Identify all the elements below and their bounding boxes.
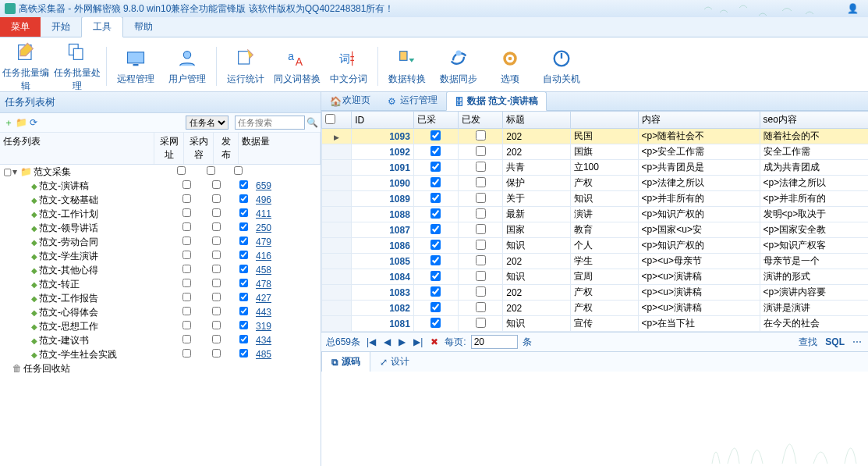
tree-row[interactable]: ◆范文-其他心得458 xyxy=(0,263,321,277)
batch-edit-button[interactable]: 任务批量编辑 xyxy=(0,40,51,93)
table-row[interactable]: 1087国家教育<p>国家<u>安<p>国家安全教http:演讲稿https:/… xyxy=(322,222,869,238)
table-row[interactable]: 1086知识个人<p>知识产权的<p>知识产权客演讲稿https://www xyxy=(322,238,869,254)
per-label: 每页: xyxy=(445,336,466,349)
tree-row[interactable]: ◆范文-学生社会实践485 xyxy=(0,347,321,361)
user-icon[interactable]: 👤 xyxy=(847,3,859,14)
tree-row[interactable]: ◆范文-转正478 xyxy=(0,277,321,291)
segment-icon: 词 xyxy=(336,46,361,71)
menu-2[interactable]: 工具 xyxy=(81,16,123,37)
col-7[interactable]: seo内容 xyxy=(760,112,868,129)
col-3[interactable]: 已发 xyxy=(459,112,503,129)
tree-row[interactable]: ◆范文-劳动合同479 xyxy=(0,235,321,249)
col-1[interactable]: ID xyxy=(352,112,414,129)
tree-search-input[interactable] xyxy=(235,116,305,130)
table-row[interactable]: 1089关于知识<p>并非所有的<p>并非所有的演讲稿https://www xyxy=(322,191,869,207)
editor-area[interactable] xyxy=(321,372,868,466)
synonym-icon: aA xyxy=(285,46,310,71)
table-row[interactable]: 1082202产权<p><u>演讲稿演讲是演讲演讲稿https://www xyxy=(322,301,869,316)
home-icon: 🏠 xyxy=(330,96,339,105)
window-title: 高铁采集器 - 外网解密狼 9.8.0 win10兼容全功能雷锋版 该软件版权为… xyxy=(19,2,394,16)
table-row[interactable]: 1090保护产权<p>法律之所以<p>法律之所以演讲稿https://www xyxy=(322,176,869,191)
tree-header: 任务列表 采网址 采内容 发布 数据量 xyxy=(0,133,321,165)
remote-icon xyxy=(123,46,148,71)
find-button[interactable]: 查找 xyxy=(797,336,819,349)
col-4[interactable]: 标题 xyxy=(503,112,571,129)
first-page[interactable]: |◀ xyxy=(365,336,377,347)
svg-text:词: 词 xyxy=(339,52,350,65)
tab-db[interactable]: 🗄数据 范文-演讲稿 xyxy=(446,91,547,111)
table-row[interactable]: 1093202民国<p>随着社会不随着社会的不http:演讲稿https://w… xyxy=(322,129,869,144)
table-row[interactable]: 1084知识宣周<p><u>演讲稿演讲的形式演讲稿https://www xyxy=(322,269,869,285)
tree-row[interactable]: ◆范文-工作计划411 xyxy=(0,207,321,221)
remote-button[interactable]: 远程管理 xyxy=(110,46,161,86)
tree-row[interactable]: ◆范文-思想工作319 xyxy=(0,319,321,333)
right-panel: 🏠欢迎页⚙运行管理🗄数据 范文-演讲稿 ID已采已发标题内容seo内容缩略图ta… xyxy=(321,92,868,466)
prev-page[interactable]: ◀ xyxy=(382,336,392,347)
add-icon[interactable]: ＋ xyxy=(3,117,14,128)
search-icon[interactable]: 🔍 xyxy=(306,117,317,128)
tree-row[interactable]: ◆范文-文秘基础496 xyxy=(0,193,321,207)
col-2[interactable]: 已采 xyxy=(413,112,458,129)
menu-3[interactable]: 帮助 xyxy=(123,17,164,37)
tree-row[interactable]: ◆范文-心得体会443 xyxy=(0,305,321,319)
db-icon: 🗄 xyxy=(455,97,464,106)
refresh-icon[interactable]: ⟳ xyxy=(28,117,39,128)
per-unit: 条 xyxy=(523,336,532,349)
svg-point-11 xyxy=(456,51,462,56)
more-button[interactable]: ⋯ xyxy=(851,336,863,347)
segment-button[interactable]: 词中文分词 xyxy=(323,46,374,86)
stats-button[interactable]: 运行统计 xyxy=(220,46,271,86)
col-0[interactable] xyxy=(322,112,352,129)
code-icon: ⧉ xyxy=(331,357,338,368)
users-button[interactable]: 用户管理 xyxy=(161,46,213,86)
svg-rect-2 xyxy=(73,48,83,59)
code-icon: ⤢ xyxy=(380,357,388,368)
tab-gear[interactable]: ⚙运行管理 xyxy=(379,91,446,110)
grid-wrap[interactable]: ID已采已发标题内容seo内容缩略图tagPageUrl1093202民国<p>… xyxy=(321,111,868,332)
table-row[interactable]: 1091共青立100<p>共青团员是成为共青团成共青团https://www xyxy=(322,160,869,176)
sub-tabs: ⧉源码⤢设计 xyxy=(321,351,868,372)
stop-page[interactable]: ✖ xyxy=(429,336,440,347)
col-6[interactable]: 内容 xyxy=(638,112,760,129)
svg-point-13 xyxy=(508,57,512,61)
svg-rect-3 xyxy=(128,52,144,63)
svg-text:a: a xyxy=(288,50,294,62)
sync-button[interactable]: 数据同步 xyxy=(433,46,484,86)
tree-row[interactable]: ◆范文-领导讲话250 xyxy=(0,221,321,235)
folder-icon[interactable]: 📁 xyxy=(16,117,27,128)
title-bar: 高铁采集器 - 外网解密狼 9.8.0 win10兼容全功能雷锋版 该软件版权为… xyxy=(0,0,868,17)
table-row[interactable]: 1092202国旗<p>安全工作需安全工作需演讲稿https://www xyxy=(322,144,869,160)
col-5[interactable] xyxy=(570,112,638,129)
options-icon xyxy=(498,46,523,71)
batch-run-button[interactable]: 任务批量处理 xyxy=(51,40,103,93)
tab-home[interactable]: 🏠欢迎页 xyxy=(321,91,379,110)
subtab-源码[interactable]: ⧉源码 xyxy=(321,351,370,372)
tree-row[interactable]: ◆范文-演讲稿659 xyxy=(0,179,321,193)
tree-row[interactable]: 🗑任务回收站 xyxy=(0,361,321,375)
shutdown-button[interactable]: 自动关机 xyxy=(536,46,587,86)
table-row[interactable]: 1085202学生<p><u>母亲节母亲节是一个http:母亲节https://… xyxy=(322,254,869,269)
convert-button[interactable]: 数据转换 xyxy=(381,46,433,86)
menu-0[interactable]: 菜单 xyxy=(0,17,41,37)
svg-rect-4 xyxy=(133,64,139,66)
last-page[interactable]: ▶| xyxy=(412,336,424,347)
options-button[interactable]: 选项 xyxy=(484,46,536,86)
table-row[interactable]: 1081知识宣传<p>在当下社在今天的社会演讲稿https://www xyxy=(322,316,869,332)
synonym-button[interactable]: aA同义词替换 xyxy=(271,46,323,86)
next-page[interactable]: ▶ xyxy=(397,336,407,347)
tree-row[interactable]: ▢▾📁范文采集 xyxy=(0,165,321,179)
tree-title: 任务列表树 xyxy=(0,92,321,113)
table-row[interactable]: 1088最新演讲<p>知识产权的发明<p>取决于演讲稿https://www xyxy=(322,207,869,222)
left-panel: 任务列表树 ＋ 📁 ⟳ 任务名 🔍 任务列表 采网址 采内容 发布 数据量 ▢▾… xyxy=(0,92,321,466)
users-icon xyxy=(175,46,200,71)
search-type-select[interactable]: 任务名 xyxy=(186,116,229,130)
table-row[interactable]: 1083202产权<p><u>演讲稿<p>演讲内容要知识产https://www xyxy=(322,285,869,301)
tree-row[interactable]: ◆范文-工作报告427 xyxy=(0,291,321,305)
sql-button[interactable]: SQL xyxy=(824,336,846,347)
tree-row[interactable]: ◆范文-建议书434 xyxy=(0,333,321,347)
per-input[interactable] xyxy=(471,335,518,349)
subtab-设计[interactable]: ⤢设计 xyxy=(370,352,419,372)
menu-1[interactable]: 开始 xyxy=(41,17,81,37)
tree-row[interactable]: ◆范文-学生演讲416 xyxy=(0,249,321,263)
app-icon xyxy=(5,3,16,14)
